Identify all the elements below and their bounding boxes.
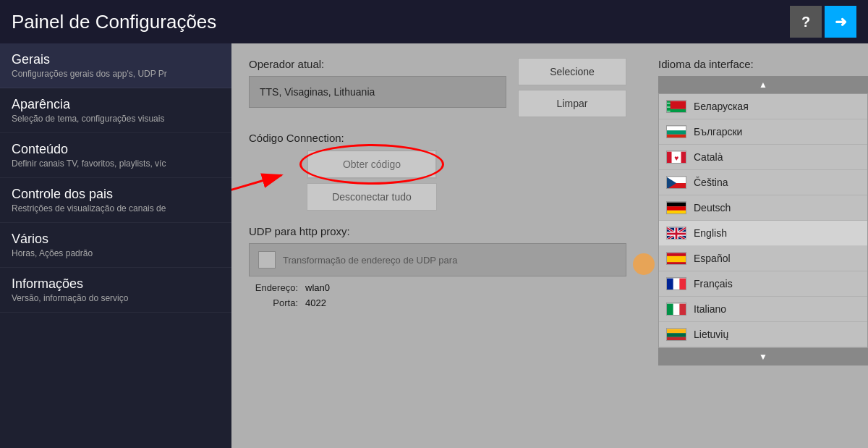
language-name: Čeština <box>694 177 728 188</box>
operator-section: Operador atual: TTS, Visaginas, Lithuani… <box>249 58 626 117</box>
language-name: Deutsch <box>694 202 731 214</box>
svg-line-1 <box>231 175 281 193</box>
sidebar-item-title: Gerais <box>12 52 220 67</box>
sidebar-item-desc: Seleção de tema, configurações visuais <box>12 114 220 124</box>
svg-rect-39 <box>667 333 686 337</box>
code-label: Código Connection: <box>249 132 626 144</box>
svg-rect-29 <box>667 233 686 235</box>
code-section: Código Connection: Obter código Desconec… <box>249 132 626 211</box>
language-name: Español <box>694 253 731 264</box>
sidebar-item-varios[interactable]: Vários Horas, Ações padrão <box>0 223 231 268</box>
svg-rect-40 <box>667 337 686 341</box>
sidebar-item-desc: Restrições de visualização de canais de <box>12 203 220 214</box>
sidebar-item-title: Informações <box>12 276 220 292</box>
svg-rect-33 <box>667 279 673 290</box>
lang-item-it[interactable]: Italiano <box>659 297 867 322</box>
flag-icon <box>666 100 686 113</box>
udp-transform-label: Transformação de endereço de UDP para <box>283 255 457 266</box>
sidebar-item-aparencia[interactable]: Aparência Seleção de tema, configurações… <box>0 88 231 133</box>
sidebar-item-controle-pais[interactable]: Controle dos pais Restrições de visualiz… <box>0 178 231 223</box>
port-row: Porta: 4022 <box>249 297 626 308</box>
svg-rect-38 <box>667 329 686 334</box>
sidebar-item-gerais[interactable]: Gerais Configurações gerais dos app's, U… <box>0 43 231 88</box>
address-value: wlan0 <box>305 282 330 293</box>
lang-item-fr[interactable]: Français <box>659 271 867 297</box>
lang-item-be[interactable]: Беларуская <box>659 94 867 119</box>
header-buttons: ? ➜ <box>790 6 856 38</box>
language-name: Français <box>694 278 733 289</box>
svg-rect-12 <box>667 152 672 164</box>
svg-rect-10 <box>667 135 686 138</box>
language-name: Català <box>694 151 723 163</box>
lang-item-ca[interactable]: ♥Català <box>659 145 867 170</box>
svg-rect-13 <box>681 152 686 164</box>
sidebar-item-desc: Configurações gerais dos app's, UDP Pr <box>12 69 220 79</box>
language-label: Idioma da interface: <box>658 58 868 70</box>
select-button[interactable]: Selecione <box>518 58 626 85</box>
clear-button[interactable]: Limpar <box>518 90 626 117</box>
flag-icon <box>666 176 686 189</box>
sidebar-item-title: Vários <box>12 232 220 247</box>
port-value: 4022 <box>305 297 326 308</box>
udp-section: UDP para http proxy: Transformação de en… <box>249 225 626 308</box>
sidebar-item-title: Controle dos pais <box>12 187 220 202</box>
main-layout: Gerais Configurações gerais dos app's, U… <box>0 43 868 448</box>
language-name: Беларуская <box>694 101 749 112</box>
language-name: Lietuvių <box>694 329 728 340</box>
flag-icon <box>666 125 686 138</box>
sidebar: Gerais Configurações gerais dos app's, U… <box>0 43 231 448</box>
lang-item-es[interactable]: Español <box>659 246 867 271</box>
language-list: БеларускаяБългарски♥CatalàČeštinaDeutsch… <box>658 93 868 348</box>
svg-rect-36 <box>667 304 673 316</box>
sidebar-item-title: Aparência <box>12 97 220 112</box>
svg-rect-18 <box>667 203 686 207</box>
svg-rect-19 <box>667 206 686 211</box>
scrollbar-indicator <box>633 253 655 275</box>
address-label: Endereço: <box>255 282 298 293</box>
language-name: English <box>694 227 727 239</box>
language-section: Idioma da interface: ▲ БеларускаяБългарс… <box>658 58 868 365</box>
lang-item-de[interactable]: Deutsch <box>659 195 867 221</box>
sidebar-item-informacoes[interactable]: Informações Versão, informação do serviç… <box>0 268 231 313</box>
sidebar-item-title: Conteúdo <box>12 142 220 157</box>
language-name: Italiano <box>694 303 726 315</box>
port-label: Porta: <box>255 297 298 308</box>
address-row: Endereço: wlan0 <box>249 282 626 293</box>
arrow-annotation <box>231 164 292 200</box>
svg-rect-31 <box>667 256 686 262</box>
sidebar-item-desc: Versão, informação do serviço <box>12 293 220 303</box>
operator-buttons: Selecione Limpar <box>518 58 626 117</box>
svg-rect-8 <box>667 127 686 131</box>
svg-rect-20 <box>667 211 686 214</box>
svg-text:♥: ♥ <box>674 154 678 162</box>
udp-transform-row: Transformação de endereço de UDP para <box>249 243 626 276</box>
sidebar-item-conteudo[interactable]: Conteúdo Definir canais TV, favoritos, p… <box>0 133 231 178</box>
flag-icon <box>666 252 686 265</box>
help-button[interactable]: ? <box>790 6 822 38</box>
sidebar-item-desc: Horas, Ações padrão <box>12 248 220 258</box>
operator-left: Operador atual: TTS, Visaginas, Lithuani… <box>249 58 506 117</box>
lang-item-lt[interactable]: Lietuvių <box>659 322 867 347</box>
flag-icon <box>666 201 686 214</box>
flag-icon <box>666 227 686 240</box>
lang-scroll-up[interactable]: ▲ <box>658 76 868 93</box>
disconnect-button[interactable]: Desconectar tudo <box>307 183 437 211</box>
lang-item-cs[interactable]: Čeština <box>659 170 867 195</box>
svg-rect-37 <box>679 304 686 316</box>
udp-label: UDP para http proxy: <box>249 225 626 237</box>
language-name: Български <box>694 126 742 138</box>
lang-item-bg[interactable]: Български <box>659 119 867 145</box>
lang-item-en[interactable]: English <box>659 221 867 246</box>
flag-icon <box>666 328 686 341</box>
flag-icon: ♥ <box>666 151 686 164</box>
flag-icon <box>666 277 686 290</box>
header: Painel de Configurações ? ➜ <box>0 0 868 43</box>
content-area: Operador atual: TTS, Visaginas, Lithuani… <box>231 43 868 448</box>
get-code-button[interactable]: Obter código <box>307 150 437 179</box>
forward-button[interactable]: ➜ <box>825 6 856 38</box>
svg-rect-34 <box>679 279 686 290</box>
svg-rect-9 <box>667 130 686 135</box>
udp-checkbox[interactable] <box>258 251 276 269</box>
lang-scroll-down[interactable]: ▼ <box>658 348 868 365</box>
flag-icon <box>666 303 686 316</box>
